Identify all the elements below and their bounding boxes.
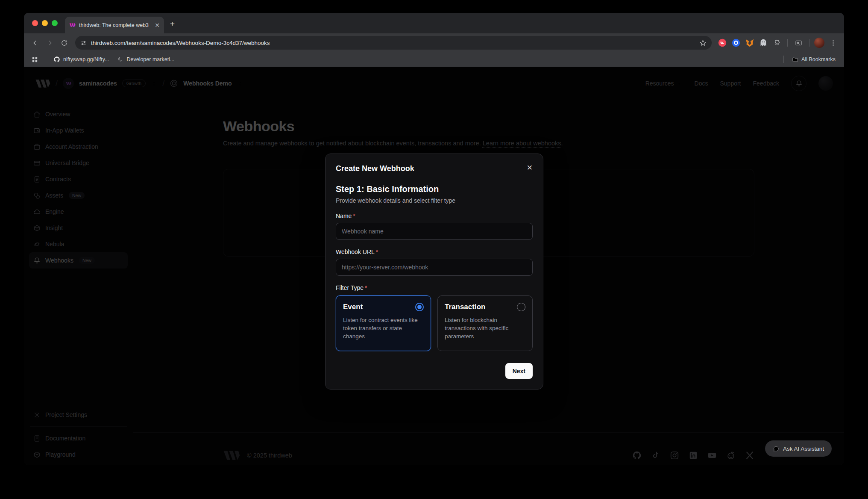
browser-window: thirdweb: The complete web3 ✕ + thirdweb… xyxy=(24,13,844,465)
back-icon[interactable] xyxy=(29,37,41,49)
tab-title: thirdweb: The complete web3 xyxy=(79,22,151,28)
toolbar-divider xyxy=(809,39,809,47)
radio-unselected-icon[interactable] xyxy=(517,303,525,311)
metamask-fox-icon[interactable] xyxy=(744,37,755,48)
filter-type-label: Filter Type* xyxy=(336,284,533,291)
apps-grid-icon[interactable] xyxy=(30,53,39,65)
option-title: Event xyxy=(343,303,363,311)
bookmark-star-icon[interactable] xyxy=(699,39,707,47)
next-button[interactable]: Next xyxy=(505,363,533,379)
browser-toolbar: thirdweb.com/team/saminacodes/Webhooks-D… xyxy=(24,33,844,52)
required-asterisk: * xyxy=(353,213,355,219)
close-icon[interactable]: ✕ xyxy=(527,164,533,171)
github-icon xyxy=(53,56,60,63)
required-asterisk: * xyxy=(365,284,367,291)
radio-selected-icon[interactable] xyxy=(415,303,424,311)
modal-title: Create New Webhook xyxy=(336,164,414,173)
thirdweb-dashboard-page: / saminacodes Growth / Webhooks Demo Res… xyxy=(24,67,844,465)
extensions-puzzle-icon[interactable] xyxy=(771,37,783,48)
crescent-icon xyxy=(117,56,123,62)
tab-close-icon[interactable]: ✕ xyxy=(155,22,160,29)
close-window-button[interactable] xyxy=(32,20,38,26)
forward-icon[interactable] xyxy=(44,37,56,49)
chat-bubble-icon xyxy=(773,446,779,452)
new-tab-button[interactable]: + xyxy=(170,20,175,28)
blue-circle-extension-icon[interactable] xyxy=(730,37,742,48)
bookmarks-bar: niftyswap.gg/Nifty... Developer marketi.… xyxy=(24,52,844,67)
webhook-url-label: Webhook URL* xyxy=(336,248,533,255)
filter-option-event[interactable]: Event Listen for contract events like to… xyxy=(336,295,431,351)
webhook-url-input[interactable] xyxy=(336,259,533,276)
webhook-name-input[interactable] xyxy=(336,223,533,240)
thirdweb-favicon xyxy=(69,22,76,28)
bookmark-item-niftyswap[interactable]: niftyswap.gg/Nifty... xyxy=(51,56,111,63)
url-text: thirdweb.com/team/saminacodes/Webhooks-D… xyxy=(91,40,695,46)
folder-icon xyxy=(792,56,798,63)
kebab-menu-icon[interactable] xyxy=(827,37,839,49)
reload-icon[interactable] xyxy=(58,37,70,49)
address-bar[interactable]: thirdweb.com/team/saminacodes/Webhooks-D… xyxy=(75,36,712,50)
ask-ai-assistant-button[interactable]: Ask AI Assistant xyxy=(765,440,832,457)
phantom-ghost-icon[interactable] xyxy=(758,37,769,48)
create-webhook-modal: Create New Webhook ✕ Step 1: Basic Infor… xyxy=(325,154,543,390)
bookmarks-divider xyxy=(45,56,45,63)
toolbar-divider xyxy=(787,39,788,47)
bookmark-item-developer-marketing[interactable]: Developer marketi... xyxy=(115,56,177,62)
step-title: Step 1: Basic Information xyxy=(336,184,533,194)
option-title: Transaction xyxy=(445,303,485,311)
option-description: Listen for blockchain transactions with … xyxy=(445,316,525,340)
minimize-window-button[interactable] xyxy=(42,20,48,26)
filter-option-transaction[interactable]: Transaction Listen for blockchain transa… xyxy=(437,295,533,351)
name-label: Name* xyxy=(336,213,533,219)
bookmarks-divider xyxy=(783,56,784,63)
browser-profile-avatar[interactable] xyxy=(814,38,824,48)
all-bookmarks-button[interactable]: All Bookmarks xyxy=(789,56,838,63)
side-panel-search-icon[interactable] xyxy=(792,37,804,49)
browser-tab[interactable]: thirdweb: The complete web3 ✕ xyxy=(65,17,164,33)
traffic-lights xyxy=(32,20,58,26)
browser-titlebar: thirdweb: The complete web3 ✕ + xyxy=(24,13,844,33)
step-subtitle: Provide webhook details and select filte… xyxy=(336,197,533,204)
tune-icon[interactable] xyxy=(80,40,87,46)
option-description: Listen for contract events like token tr… xyxy=(343,316,424,340)
required-asterisk: * xyxy=(376,248,378,255)
red-wallet-extension-icon[interactable] xyxy=(717,37,728,48)
zoom-window-button[interactable] xyxy=(52,20,58,26)
